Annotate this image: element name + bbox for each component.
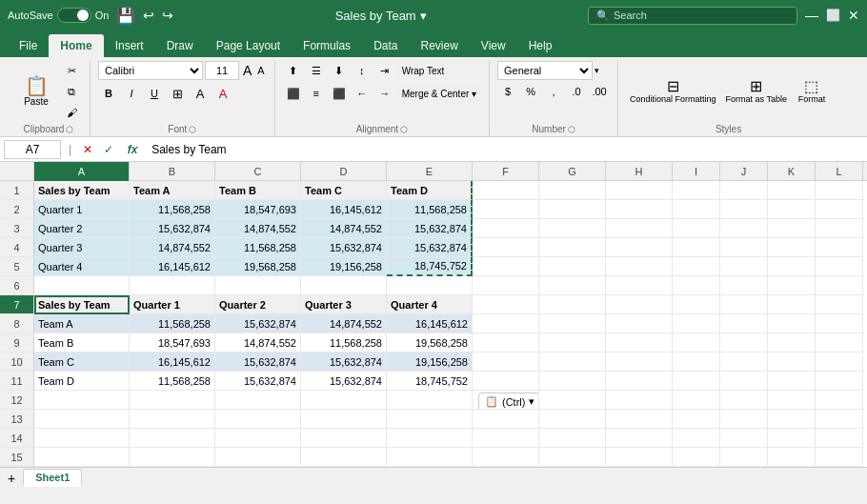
- fill-color-button[interactable]: A: [190, 84, 211, 103]
- cell-f9[interactable]: [473, 333, 539, 353]
- cell-d15[interactable]: [301, 448, 387, 467]
- cell-b10[interactable]: 16,145,612: [130, 353, 215, 372]
- row-num-6[interactable]: 6: [0, 276, 34, 295]
- cell-b8[interactable]: 11,568,258: [130, 314, 215, 333]
- cell-h5[interactable]: [606, 257, 673, 276]
- italic-button[interactable]: I: [121, 84, 142, 103]
- row-num-2[interactable]: 2: [0, 200, 34, 219]
- cell-d13[interactable]: [301, 410, 387, 429]
- alignment-expand-icon[interactable]: ⬡: [400, 125, 408, 134]
- cell-g1[interactable]: [539, 181, 606, 200]
- cell-e2[interactable]: 11,568,258: [387, 200, 473, 219]
- col-header-l[interactable]: L: [816, 162, 863, 181]
- cell-j5[interactable]: [720, 257, 768, 276]
- number-expand-icon[interactable]: ▾: [595, 66, 599, 75]
- cell-b6[interactable]: [130, 276, 215, 295]
- cell-h10[interactable]: [606, 353, 673, 372]
- cell-i6[interactable]: [673, 276, 720, 295]
- cell-f14[interactable]: [473, 429, 539, 448]
- cell-l9[interactable]: [816, 333, 863, 353]
- tab-formulas[interactable]: Formulas: [292, 34, 362, 57]
- cell-e11[interactable]: 18,745,752: [387, 372, 473, 391]
- clipboard-expand-icon[interactable]: ⬡: [66, 125, 73, 134]
- formula-input[interactable]: [148, 141, 863, 158]
- format-as-table-button[interactable]: ⊞ Format as Table: [722, 77, 791, 107]
- cell-d9[interactable]: 11,568,258: [301, 333, 387, 353]
- col-header-c[interactable]: C: [215, 162, 301, 181]
- cell-j3[interactable]: [720, 219, 768, 238]
- cell-k3[interactable]: [768, 219, 816, 238]
- cell-a3[interactable]: Quarter 2: [34, 219, 130, 238]
- cell-a10[interactable]: Team C: [34, 353, 130, 372]
- conditional-formatting-button[interactable]: ⊟ Conditional Formatting: [626, 77, 720, 107]
- cell-a14[interactable]: [34, 429, 130, 448]
- cell-j14[interactable]: [720, 429, 768, 448]
- tab-page-layout[interactable]: Page Layout: [205, 34, 292, 57]
- cell-g3[interactable]: [539, 219, 606, 238]
- cell-f12[interactable]: 📋 (Ctrl) ▾: [473, 391, 539, 410]
- cell-e7[interactable]: Quarter 4: [387, 295, 473, 314]
- font-color-button[interactable]: A: [212, 84, 233, 103]
- cell-i14[interactable]: [673, 429, 720, 448]
- cell-a13[interactable]: [34, 410, 130, 429]
- cell-c6[interactable]: [215, 276, 301, 295]
- cell-c12[interactable]: [215, 391, 301, 410]
- cell-h14[interactable]: [606, 429, 673, 448]
- cell-k6[interactable]: [768, 276, 816, 295]
- cell-e9[interactable]: 19,568,258: [387, 333, 473, 353]
- cell-h1[interactable]: [606, 181, 673, 200]
- title-dropdown-icon[interactable]: ▾: [420, 9, 427, 23]
- align-bottom-button[interactable]: ⬇: [329, 61, 350, 80]
- cell-b3[interactable]: 15,632,874: [130, 219, 215, 238]
- cell-f10[interactable]: [473, 353, 539, 372]
- increase-indent-button[interactable]: →: [374, 84, 395, 103]
- minimize-icon[interactable]: —: [805, 8, 818, 23]
- cell-j7[interactable]: [720, 295, 768, 314]
- cell-f4[interactable]: [473, 238, 539, 257]
- cell-l15[interactable]: [816, 448, 863, 467]
- cell-j9[interactable]: [720, 333, 768, 353]
- cell-h3[interactable]: [606, 219, 673, 238]
- cell-e15[interactable]: [387, 448, 473, 467]
- cell-a11[interactable]: Team D: [34, 372, 130, 391]
- col-header-g[interactable]: G: [539, 162, 606, 181]
- cell-l5[interactable]: [816, 257, 863, 276]
- cell-d1[interactable]: Team C: [301, 181, 387, 200]
- cell-e13[interactable]: [387, 410, 473, 429]
- cell-d8[interactable]: 14,874,552: [301, 314, 387, 333]
- cell-i4[interactable]: [673, 238, 720, 257]
- cell-l8[interactable]: [816, 314, 863, 333]
- cell-reference-input[interactable]: [4, 140, 61, 159]
- cell-e10[interactable]: 19,156,258: [387, 353, 473, 372]
- cell-l13[interactable]: [816, 410, 863, 429]
- tab-home[interactable]: Home: [49, 34, 103, 57]
- col-header-b[interactable]: B: [130, 162, 215, 181]
- cell-a2[interactable]: Quarter 1: [34, 200, 130, 219]
- cell-i3[interactable]: [673, 219, 720, 238]
- row-num-14[interactable]: 14: [0, 429, 34, 448]
- cell-a8[interactable]: Team A: [34, 314, 130, 333]
- cell-c15[interactable]: [215, 448, 301, 467]
- cell-c10[interactable]: 15,632,874: [215, 353, 301, 372]
- cell-f1[interactable]: [473, 181, 539, 200]
- cell-g6[interactable]: [539, 276, 606, 295]
- number-format-select[interactable]: General: [497, 61, 593, 80]
- col-header-i[interactable]: I: [673, 162, 720, 181]
- cell-d10[interactable]: 15,632,874: [301, 353, 387, 372]
- cell-i5[interactable]: [673, 257, 720, 276]
- col-header-a[interactable]: A: [34, 162, 130, 181]
- cell-e6[interactable]: [387, 276, 473, 295]
- cell-l11[interactable]: [816, 372, 863, 391]
- increase-decimal-button[interactable]: .00: [589, 82, 610, 101]
- cell-j13[interactable]: [720, 410, 768, 429]
- close-icon[interactable]: ✕: [848, 8, 859, 23]
- col-header-d[interactable]: D: [301, 162, 387, 181]
- cell-a12[interactable]: [34, 391, 130, 410]
- cell-b7[interactable]: Quarter 1: [130, 295, 215, 314]
- row-num-4[interactable]: 4: [0, 238, 34, 257]
- row-num-13[interactable]: 13: [0, 410, 34, 429]
- row-num-9[interactable]: 9: [0, 333, 34, 353]
- cell-b5[interactable]: 16,145,612: [130, 257, 215, 276]
- number-label-expand-icon[interactable]: ⬡: [568, 125, 575, 134]
- cell-b1[interactable]: Team A: [130, 181, 215, 200]
